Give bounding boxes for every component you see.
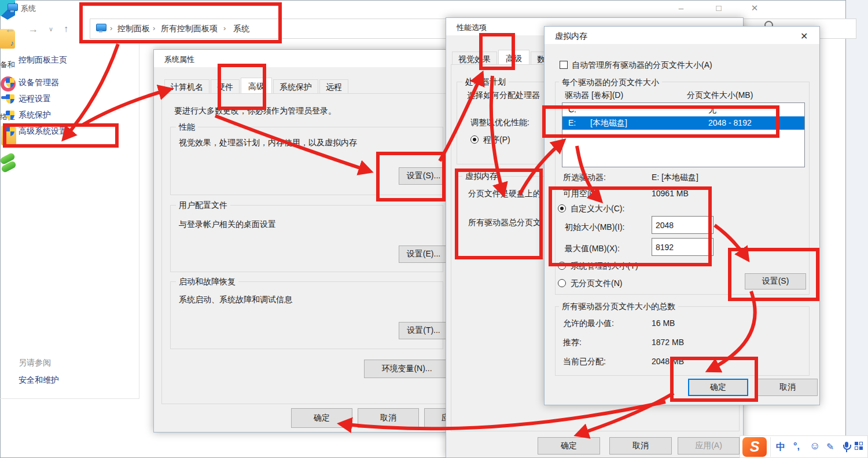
drive-list[interactable]: C: 无 E: [本地磁盘] 2048 - 8192 xyxy=(562,102,805,167)
system-properties-dialog: 系统属性 计算机名 硬件 高级 系统保护 远程 要进行大多数更改，你必须作为管理… xyxy=(153,49,450,433)
ime-emoji-icon[interactable]: ☺ xyxy=(810,440,820,452)
drive-row-e-selected[interactable]: E: [本地磁盘] 2048 - 8192 xyxy=(562,116,804,130)
ok-button[interactable]: 确定 xyxy=(538,437,600,455)
initial-size-label: 初始大小(MB)(I): xyxy=(565,222,624,233)
totals-group-label: 所有驱动器分页文件大小的总数 xyxy=(559,302,678,312)
selected-drive-value: E: [本地磁盘] xyxy=(652,173,698,183)
virtual-memory-dialog: 虚拟内存 ✕ 自动管理所有驱动器的分页文件大小(A) 每个驱动器的分页文件大小 … xyxy=(544,26,820,405)
auto-manage-label: 自动管理所有驱动器的分页文件大小(A) xyxy=(572,60,712,71)
user-profiles-settings-button[interactable]: 设置(E)... xyxy=(399,246,448,263)
drive-label: [本地磁盘] xyxy=(590,118,627,129)
startup-recovery-group-label: 启动和故障恢复 xyxy=(176,277,238,287)
uac-shield-icon xyxy=(6,127,14,136)
allocated-label: 当前已分配: xyxy=(563,357,606,367)
system-managed-radio[interactable] xyxy=(558,262,566,270)
allocated-value: 2048 MB xyxy=(652,357,684,366)
system-managed-label: 系统管理的大小(Y) xyxy=(571,261,638,272)
sidebar-item-home[interactable]: 控制面板主页 xyxy=(19,55,67,65)
sidebar-link-security-maintenance[interactable]: 安全和维护 xyxy=(19,375,59,386)
sidebar-item-advanced-system-settings[interactable]: 高级系统设置 xyxy=(19,126,67,137)
custom-size-label: 自定义大小(C): xyxy=(571,204,624,214)
up-icon[interactable]: ↑ xyxy=(64,24,68,34)
maximize-button[interactable]: □ xyxy=(709,1,729,15)
recommended-label: 推荐: xyxy=(563,338,582,348)
dialog-title: 系统属性 xyxy=(164,54,194,65)
breadcrumb-separator: › xyxy=(110,24,112,32)
ok-button[interactable]: 确定 xyxy=(688,379,748,396)
back-icon[interactable]: ← xyxy=(5,23,15,35)
drive-size: 无 xyxy=(708,105,716,115)
min-allowed-value: 16 MB xyxy=(652,318,675,328)
ok-button[interactable]: 确定 xyxy=(291,408,352,428)
ime-punctuation-icon[interactable]: °, xyxy=(793,441,800,452)
drive-letter: E: xyxy=(568,118,576,127)
sidebar-item-device-manager[interactable]: 设备管理器 xyxy=(19,78,59,88)
set-button[interactable]: 设置(S) xyxy=(745,273,806,290)
adjust-for-label: 调整以优化性能: xyxy=(470,118,529,128)
performance-settings-button[interactable]: 设置(S)... xyxy=(399,167,448,185)
programs-radio-label: 程序(P) xyxy=(483,135,510,145)
max-size-input[interactable] xyxy=(652,238,713,256)
initial-size-input[interactable] xyxy=(652,216,713,234)
recommended-value: 1872 MB xyxy=(652,338,684,347)
free-space-label: 可用空间: xyxy=(563,189,598,199)
min-allowed-label: 允许的最小值: xyxy=(563,318,614,329)
ime-keyboard-grid-icon[interactable] xyxy=(855,442,863,450)
virtual-memory-group-label: 虚拟内存 xyxy=(462,171,501,182)
close-button[interactable]: ✕ xyxy=(745,1,764,15)
sidebar-item-system-protection[interactable]: 系统保护 xyxy=(19,110,51,120)
screen: ♪ 备和 络位 系统 – □ ✕ ← → ∨ ↑ › 控制面板 › 所有控制面板… xyxy=(0,0,868,458)
performance-desc: 视觉效果，处理器计划，内存使用，以及虚拟内存 xyxy=(179,138,357,148)
environment-variables-button[interactable]: 环境变量(N)... xyxy=(364,360,450,378)
ime-pencil-icon[interactable]: ✎ xyxy=(826,441,834,452)
breadcrumb-item-control-panel[interactable]: 控制面板 xyxy=(117,24,150,34)
see-also-heading: 另请参阅 xyxy=(19,358,51,368)
breadcrumb-separator: › xyxy=(223,24,226,32)
ime-microphone-icon[interactable] xyxy=(843,442,851,452)
ime-language-toggle[interactable]: 中 xyxy=(776,441,785,453)
user-profiles-desc: 与登录帐户相关的桌面设置 xyxy=(179,219,276,230)
sidebar-item-remote-settings[interactable]: 远程设置 xyxy=(19,94,51,104)
breadcrumb-separator: › xyxy=(153,24,155,32)
uac-shield-icon xyxy=(6,78,14,87)
cancel-button[interactable]: 取消 xyxy=(757,379,818,396)
window-title: 系统 xyxy=(21,3,36,14)
sogou-logo-icon[interactable]: S xyxy=(742,437,767,457)
performance-group xyxy=(170,127,443,195)
free-space-value: 10961 MB xyxy=(652,189,689,198)
programs-radio[interactable] xyxy=(470,135,479,144)
selected-drive-label: 所选驱动器: xyxy=(563,173,606,183)
max-size-label: 最大值(MB)(X): xyxy=(565,244,620,254)
auto-manage-checkbox[interactable] xyxy=(560,61,568,69)
forward-icon[interactable]: → xyxy=(28,23,38,35)
processor-desc: 选择如何分配处理器 xyxy=(467,90,540,101)
system-properties-titlebar: 系统属性 xyxy=(154,50,449,67)
no-paging-radio[interactable] xyxy=(558,279,566,287)
total-paging-desc: 所有驱动器总分页文 xyxy=(468,218,541,228)
breadcrumb-item-system[interactable]: 系统 xyxy=(233,24,249,34)
history-dropdown-icon[interactable]: ∨ xyxy=(49,25,53,33)
minimize-button[interactable]: – xyxy=(671,1,691,15)
ime-toolbar: S 中 °, ☺ ✎ xyxy=(740,435,868,458)
no-paging-label: 无分页文件(N) xyxy=(571,279,622,289)
cancel-button[interactable]: 取消 xyxy=(358,408,419,428)
processor-scheduling-label: 处理器计划 xyxy=(462,77,509,87)
startup-recovery-settings-button[interactable]: 设置(T)... xyxy=(399,322,448,339)
admin-note: 要进行大多数更改，你必须作为管理员登录。 xyxy=(174,106,336,116)
breadcrumb-item-all-items[interactable]: 所有控制面板项 xyxy=(161,24,218,34)
sidebar: 控制面板主页 设备管理器 远程设置 系统保护 高级系统设置 另请参阅 安全和维护 xyxy=(0,43,139,399)
dialog-title: 性能选项 xyxy=(457,23,487,33)
per-drive-group-label: 每个驱动器的分页文件大小 xyxy=(559,78,662,88)
dialog-title: 虚拟内存 xyxy=(555,31,587,42)
startup-recovery-desc: 系统启动、系统故障和调试信息 xyxy=(179,295,292,305)
breadcrumb-system-icon xyxy=(96,24,106,31)
uac-shield-icon xyxy=(6,111,14,120)
custom-size-radio[interactable] xyxy=(558,204,566,212)
paging-file-desc: 分页文件是硬盘上的 xyxy=(468,189,541,199)
cancel-button[interactable]: 取消 xyxy=(609,437,672,455)
close-icon[interactable]: ✕ xyxy=(800,31,808,42)
drive-letter: C: xyxy=(568,105,576,114)
uac-shield-icon xyxy=(6,94,14,104)
drive-row-c[interactable]: C: 无 xyxy=(562,103,804,116)
virtual-memory-titlebar: 虚拟内存 xyxy=(545,27,819,44)
